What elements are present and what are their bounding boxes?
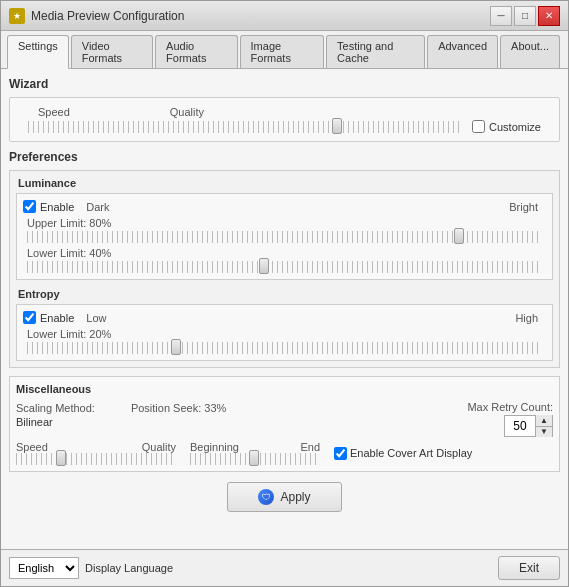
tab-advanced[interactable]: Advanced <box>427 35 498 68</box>
content-area: Wizard Speed Quality Customize <box>1 69 568 549</box>
language-select[interactable]: English French German Spanish <box>9 557 79 579</box>
scaling-value: Bilinear <box>16 416 53 428</box>
wizard-quality-label: Quality <box>170 106 204 118</box>
entropy-lower-label: Lower Limit: 20% <box>23 328 546 340</box>
tab-audio-formats[interactable]: Audio Formats <box>155 35 237 68</box>
misc-speed-slider[interactable] <box>16 453 176 465</box>
lower-slider-thumb[interactable] <box>259 258 269 274</box>
wizard-title: Wizard <box>9 77 560 91</box>
customize-check-wrapper: Customize <box>472 120 541 133</box>
max-retry-label: Max Retry Count: <box>467 401 553 413</box>
tab-settings[interactable]: Settings <box>7 35 69 69</box>
spinner-down-button[interactable]: ▼ <box>536 427 552 438</box>
tab-video-formats[interactable]: Video Formats <box>71 35 153 68</box>
upper-slider[interactable] <box>27 231 542 243</box>
preferences-title: Preferences <box>9 150 560 164</box>
title-bar: ★ Media Preview Configuration ─ □ ✕ <box>1 1 568 31</box>
wizard-slider-thumb[interactable] <box>332 118 342 134</box>
misc-section: Miscellaneous Scaling Method: Bilinear P… <box>9 376 560 472</box>
maximize-button[interactable]: □ <box>514 6 536 26</box>
lower-slider[interactable] <box>27 261 542 273</box>
luminance-enable-label: Enable <box>40 201 74 213</box>
scaling-label: Scaling Method: <box>16 402 95 414</box>
misc-box: Miscellaneous Scaling Method: Bilinear P… <box>9 376 560 472</box>
apply-button[interactable]: 🛡 Apply <box>227 482 341 512</box>
luminance-enable-row: Enable Dark Bright <box>23 200 546 213</box>
app-icon: ★ <box>9 8 25 24</box>
lower-limit-label: Lower Limit: 40% <box>23 247 546 259</box>
max-retry-group: Max Retry Count: 50 ▲ ▼ <box>467 401 553 437</box>
upper-slider-thumb[interactable] <box>454 228 464 244</box>
cover-art-checkbox[interactable] <box>334 447 347 460</box>
retry-value: 50 <box>505 419 535 433</box>
customize-label: Customize <box>489 121 541 133</box>
window-title: Media Preview Configuration <box>31 9 184 23</box>
misc-end-thumb[interactable] <box>249 450 259 466</box>
entropy-slider-thumb[interactable] <box>171 339 181 355</box>
language-group: English French German Spanish Display La… <box>9 557 173 579</box>
entropy-box: Enable Low High Lower Limit: 20% <box>16 304 553 361</box>
apply-icon: 🛡 <box>258 489 274 505</box>
bottom-bar: English French German Spanish Display La… <box>1 549 568 586</box>
entropy-slider[interactable] <box>27 342 542 354</box>
misc-end-slider[interactable] <box>190 453 320 465</box>
position-label: Position Seek: 33% <box>131 402 226 414</box>
upper-limit-row: Upper Limit: 80% <box>23 217 546 243</box>
entropy-section: Entropy Enable Low High Lower Limit: 20% <box>16 288 553 361</box>
cover-art-label: Enable Cover Art Display <box>350 447 472 459</box>
preferences-section: Preferences Luminance Enable Dark Bright <box>9 150 560 368</box>
wizard-speed-label: Speed <box>38 106 70 118</box>
wizard-box: Speed Quality Customize <box>9 97 560 142</box>
entropy-enable-row: Enable Low High <box>23 311 546 324</box>
main-window: ★ Media Preview Configuration ─ □ ✕ Sett… <box>0 0 569 587</box>
misc-bottom-row: Speed Quality Beginning End <box>16 441 553 465</box>
entropy-enable-checkbox[interactable] <box>23 311 36 324</box>
apply-row: 🛡 Apply <box>9 482 560 512</box>
begin-end-group: Beginning End <box>190 441 320 465</box>
dark-label: Dark <box>86 201 109 213</box>
customize-checkbox[interactable] <box>472 120 485 133</box>
speed-quality-group: Speed Quality <box>16 441 176 465</box>
misc-speed-label: Speed <box>16 441 48 453</box>
retry-spinner: 50 ▲ ▼ <box>504 415 553 437</box>
bright-label: Bright <box>509 201 538 213</box>
spinner-arrows: ▲ ▼ <box>535 415 552 437</box>
position-seek-group: Position Seek: 33% <box>131 401 226 415</box>
scaling-method-group: Scaling Method: Bilinear <box>16 401 95 429</box>
luminance-box: Enable Dark Bright Upper Limit: 80% <box>16 193 553 280</box>
wizard-section: Wizard Speed Quality Customize <box>9 77 560 142</box>
misc-quality-label: Quality <box>142 441 176 453</box>
end-label: End <box>300 441 320 453</box>
misc-title: Miscellaneous <box>16 383 553 395</box>
tab-testing-cache[interactable]: Testing and Cache <box>326 35 425 68</box>
wizard-slider-track[interactable] <box>28 121 462 133</box>
luminance-enable-checkbox[interactable] <box>23 200 36 213</box>
apply-label: Apply <box>280 490 310 504</box>
entropy-lower-limit-row: Lower Limit: 20% <box>23 328 546 354</box>
window-controls: ─ □ ✕ <box>490 6 560 26</box>
title-bar-left: ★ Media Preview Configuration <box>9 8 184 24</box>
upper-limit-label: Upper Limit: 80% <box>23 217 546 229</box>
entropy-title: Entropy <box>16 288 553 300</box>
close-button[interactable]: ✕ <box>538 6 560 26</box>
preferences-box: Luminance Enable Dark Bright Upper Limit… <box>9 170 560 368</box>
spinner-up-button[interactable]: ▲ <box>536 415 552 427</box>
language-label: Display Language <box>85 562 173 574</box>
beginning-label: Beginning <box>190 441 239 453</box>
tab-image-formats[interactable]: Image Formats <box>240 35 325 68</box>
luminance-section: Luminance Enable Dark Bright Upper Limit… <box>16 177 553 280</box>
tab-bar: Settings Video Formats Audio Formats Ima… <box>1 31 568 69</box>
luminance-title: Luminance <box>16 177 553 189</box>
lower-limit-row: Lower Limit: 40% <box>23 247 546 273</box>
exit-button[interactable]: Exit <box>498 556 560 580</box>
entropy-enable-label: Enable <box>40 312 74 324</box>
misc-top-row: Scaling Method: Bilinear Position Seek: … <box>16 401 553 437</box>
tab-about[interactable]: About... <box>500 35 560 68</box>
entropy-low-label: Low <box>86 312 106 324</box>
minimize-button[interactable]: ─ <box>490 6 512 26</box>
entropy-high-label: High <box>515 312 538 324</box>
misc-speed-thumb[interactable] <box>56 450 66 466</box>
cover-art-group: Enable Cover Art Display <box>334 447 472 460</box>
